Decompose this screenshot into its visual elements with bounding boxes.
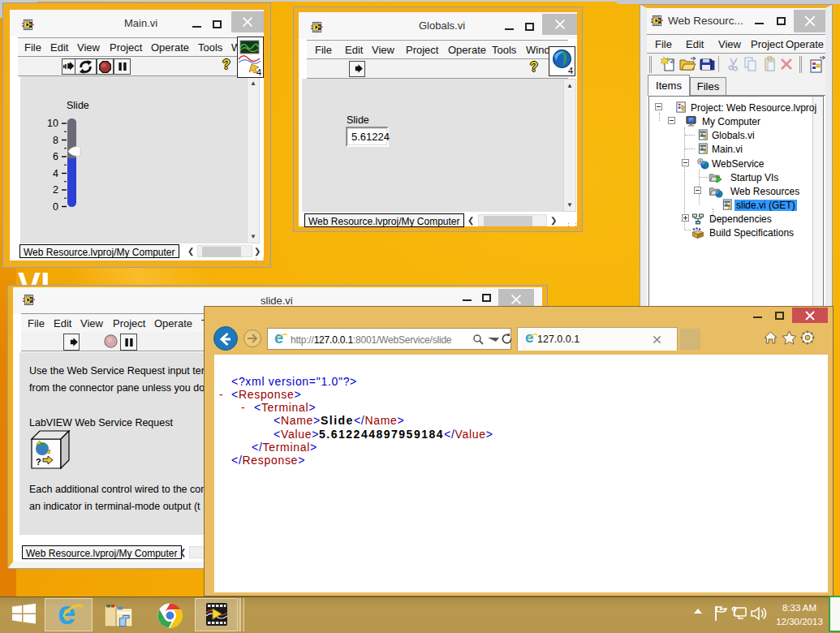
svg-text:?: ? [36, 457, 41, 467]
